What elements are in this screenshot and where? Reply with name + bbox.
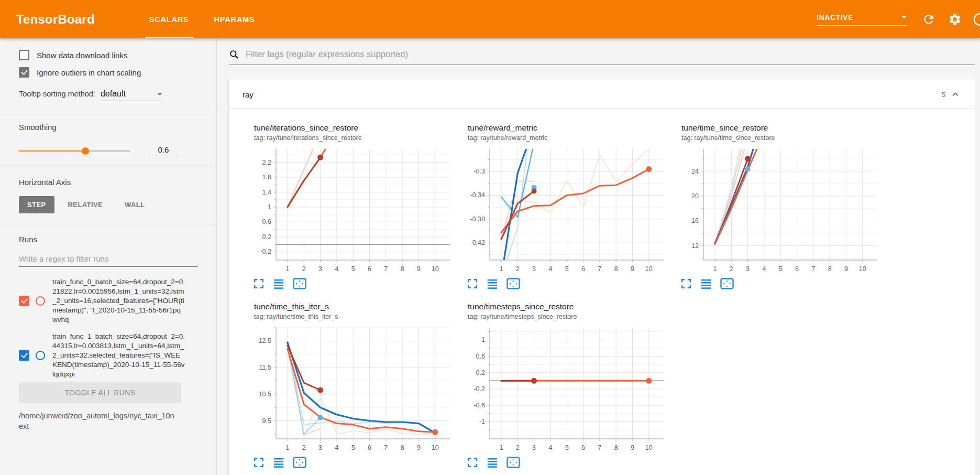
divider (0, 224, 216, 224)
runs-heading: Runs (19, 235, 197, 244)
expand-chart-button[interactable] (467, 457, 478, 468)
refresh-button[interactable] (920, 11, 937, 28)
expand-chart-button[interactable] (253, 457, 265, 468)
chart-plot[interactable]: 10.60.2-0.2-0.6-112345678910 (460, 325, 670, 455)
fullscreen-icon (467, 457, 478, 468)
svg-text:0.2: 0.2 (262, 233, 271, 241)
slider-thumb[interactable] (82, 147, 89, 155)
svg-text:-0.3: -0.3 (474, 168, 485, 175)
chart-plot[interactable]: -0.3-0.34-0.38-0.4212345678910 (460, 146, 670, 276)
chart-toolbar (674, 278, 884, 289)
svg-text:8: 8 (401, 265, 404, 273)
svg-text:1: 1 (499, 265, 503, 273)
ignore-outliers-checkbox[interactable] (19, 67, 29, 78)
runs-filter-input[interactable] (19, 251, 197, 267)
pan-zoom-button[interactable] (293, 457, 306, 468)
axis-wall-button[interactable]: WALL (116, 196, 153, 213)
chart-title: tune/time_this_iter_s (247, 302, 456, 311)
runs-selector-button[interactable] (273, 278, 284, 289)
svg-text:10: 10 (645, 444, 653, 451)
svg-text:1.8: 1.8 (262, 174, 271, 181)
svg-text:0.2: 0.2 (476, 369, 485, 376)
pan-zoom-button[interactable] (720, 278, 734, 289)
svg-text:7: 7 (811, 265, 815, 273)
pan-zoom-button[interactable] (506, 278, 520, 289)
reload-mode-value: INACTIVE (817, 13, 853, 21)
svg-text:4: 4 (548, 444, 552, 451)
tag-filter-input[interactable] (245, 49, 975, 60)
chart-tag: tag: ray/tune/time_since_restore (674, 134, 884, 142)
tooltip-sorting-select[interactable]: default (101, 89, 162, 101)
download-links-checkbox[interactable] (19, 50, 29, 60)
svg-text:10: 10 (645, 265, 653, 273)
expand-chart-button[interactable] (253, 278, 265, 289)
smoothing-slider[interactable] (19, 147, 130, 155)
svg-text:3: 3 (318, 265, 322, 273)
svg-text:-0.2: -0.2 (260, 248, 271, 255)
runs-selector-button[interactable] (487, 278, 498, 289)
svg-text:6: 6 (368, 444, 371, 451)
expand-chart-button[interactable] (467, 278, 478, 289)
pan-zoom-button[interactable] (506, 457, 520, 468)
svg-text:8: 8 (614, 265, 618, 273)
svg-text:2: 2 (516, 265, 520, 273)
toggle-all-runs-button[interactable]: TOGGLE ALL RUNS (19, 382, 181, 403)
run-label: train_func_1_batch_size=64,dropout_2=0.4… (52, 332, 185, 379)
ignore-outliers-label: Ignore outliers in chart scaling (37, 68, 141, 77)
settings-button[interactable] (946, 11, 963, 28)
svg-text:7: 7 (598, 265, 601, 273)
svg-text:9: 9 (844, 265, 848, 273)
pan-zoom-button[interactable] (293, 278, 306, 289)
svg-text:3: 3 (318, 444, 322, 451)
tab-scalars[interactable]: SCALARS (137, 0, 202, 38)
reload-mode-select[interactable]: INACTIVE (817, 13, 907, 26)
run-radio[interactable] (36, 296, 45, 306)
svg-text:3: 3 (532, 265, 536, 273)
chevron-up-icon[interactable] (950, 89, 961, 100)
help-button[interactable] (973, 11, 980, 28)
svg-text:6: 6 (368, 265, 371, 273)
chart-plot[interactable]: 2420161212345678910 (674, 146, 884, 276)
caret-down-icon (901, 16, 907, 18)
scalar-chart-card: tune/timesteps_since_restore tag: ray/tu… (460, 302, 670, 468)
svg-text:2.2: 2.2 (262, 159, 271, 166)
smoothing-value[interactable]: 0.6 (148, 145, 179, 156)
gear-icon (948, 13, 962, 26)
svg-text:5: 5 (779, 265, 783, 273)
tooltip-sorting-label: Tooltip sorting method: (19, 90, 95, 98)
runs-selector-button[interactable] (700, 278, 712, 289)
runs-list: train_func_0_batch_size=64,dropout_2=0.2… (19, 270, 203, 381)
run-checkbox[interactable] (19, 296, 29, 306)
run-checkbox[interactable] (19, 350, 29, 361)
smoothing-heading: Smoothing (19, 123, 197, 132)
run-radio[interactable] (36, 351, 45, 360)
runs-selector-button[interactable] (273, 457, 284, 468)
svg-text:2: 2 (302, 444, 306, 451)
chart-plot[interactable]: 12.511.510.59.512345678910 (247, 325, 456, 455)
tab-bar: SCALARS HPARAMS (137, 0, 268, 38)
run-label: train_func_0_batch_size=64,dropout_2=0.2… (52, 277, 185, 325)
chart-plot[interactable]: 2.21.81.410.60.2-0.212345678910 (247, 146, 456, 276)
run-row: train_func_1_batch_size=64,dropout_2=0.4… (19, 332, 203, 379)
chart-toolbar (460, 457, 670, 468)
svg-text:1: 1 (268, 203, 271, 211)
svg-text:7: 7 (598, 444, 601, 451)
download-links-row: Show data download links (19, 50, 197, 60)
axis-step-button[interactable]: STEP (19, 196, 54, 213)
log-directory-path: /home/junweid/zoo_automl_logs/nyc_taxi_1… (19, 411, 176, 431)
tab-hparams[interactable]: HPARAMS (201, 0, 267, 38)
section-title: ray (243, 90, 254, 99)
fullscreen-icon (253, 278, 265, 289)
chart-toolbar (247, 457, 456, 468)
smoothing-row: 0.6 (19, 145, 197, 156)
runs-selector-button[interactable] (487, 457, 498, 468)
axis-relative-button[interactable]: RELATIVE (60, 196, 112, 213)
svg-text:12.5: 12.5 (259, 337, 271, 344)
runs-list-icon (487, 457, 498, 468)
runs-list-icon (487, 278, 498, 289)
svg-text:-0.2: -0.2 (474, 385, 485, 393)
svg-text:10.5: 10.5 (259, 391, 271, 398)
pan-icon (293, 457, 306, 468)
ray-section-header[interactable]: ray 5 (229, 79, 975, 109)
expand-chart-button[interactable] (680, 278, 692, 289)
